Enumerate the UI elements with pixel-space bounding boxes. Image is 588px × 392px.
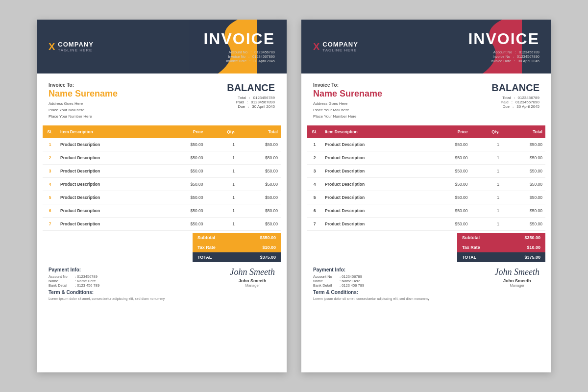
terms-section: Term & Conditions: Lorem ipsum dolor sit… (37, 290, 287, 309)
payment-info-red: Payment Info: Account No : 0123456789 Na… (313, 267, 364, 288)
payment-account-row: Account No : 0123456789 (49, 274, 99, 279)
totals-section-red: Subtotal $350.00 Tax Rate $10.00 TOTAL $… (307, 233, 545, 262)
signature-area: John Smeeth John Smeeth Manager (230, 267, 275, 288)
bill-address: Address Goes Here Place Your Mail here P… (49, 101, 224, 120)
logo-area: X COMPANY TAGLINE HERE (49, 41, 94, 52)
meta-account-value: 0123456789 (254, 50, 275, 54)
balance-area-red: BALANCE Total : 0123456789 Paid : 012345… (489, 82, 539, 120)
bill-name: Name Surename (49, 89, 224, 99)
invoice-meta: Account No : 0123456789 Invoice No : 012… (203, 50, 275, 63)
meta-date-row: Invoice Date : 30 April 2045 (203, 59, 275, 63)
payment-rows: Account No : 0123456789 Name : Name Here… (49, 274, 99, 288)
payment-name-row: Name : Name Here (49, 279, 99, 283)
table-row: 1 Product Description $50.00 1 $50.00 (43, 138, 281, 151)
logo-x-red: X (313, 41, 319, 52)
invoice-table-red: SL Item Description Price Qty. Total 1 P… (307, 125, 545, 231)
invoice-meta-red: Account No : 0123456789 Invoice No : 012… (468, 50, 539, 63)
invoice-header-red: X COMPANY TAGLINE HERE INVOICE Account N… (301, 20, 551, 74)
balance-total-row: Total : 0123456789 (224, 96, 275, 100)
logo-text: COMPANY TAGLINE HERE (58, 41, 93, 52)
subtotal-row-red: Subtotal $350.00 (457, 233, 545, 243)
total-final-row-red: TOTAL $375.00 (457, 252, 545, 262)
balance-area: BALANCE Total : 0123456789 Paid : 012345… (224, 82, 275, 120)
table-row: 1 Product Description $50.00 1 $50.00 (307, 138, 545, 151)
logo-company-red: COMPANY (322, 41, 358, 48)
logo-tagline: TAGLINE HERE (58, 48, 93, 52)
invoice-table-yellow: SL Item Description Price Qty. Total 1 P… (43, 125, 281, 231)
col-qty-red: Qty. (471, 125, 503, 138)
terms-section-red: Term & Conditions: Lorem ipsum dolor sit… (301, 290, 551, 309)
table-row: 2 Product Description $50.00 1 $50.00 (43, 151, 281, 165)
logo-x: X (49, 41, 55, 52)
footer-section: Payment Info: Account No : 0123456789 Na… (37, 262, 287, 290)
table-row: 4 Product Description $50.00 1 $50.00 (43, 178, 281, 191)
table-row: 6 Product Description $50.00 1 $50.00 (307, 204, 545, 218)
invoice-yellow: X COMPANY TAGLINE HERE INVOICE Account N… (37, 20, 287, 372)
signature-title: Manager (230, 283, 275, 288)
col-sl: SL (43, 125, 57, 138)
bill-balance-section: Invoice To: Name Surename Address Goes H… (37, 74, 287, 125)
signature-area-red: John Smeeth John Smeeth Manager (495, 267, 539, 288)
table-row: 3 Product Description $50.00 1 $50.00 (307, 165, 545, 178)
logo-area-red: X COMPANY TAGLINE HERE (313, 41, 358, 52)
invoice-title-red: INVOICE (468, 30, 539, 48)
invoice-red: X COMPANY TAGLINE HERE INVOICE Account N… (301, 20, 551, 372)
balance-paid-row: Paid : 01234567890 (224, 100, 275, 104)
bill-to: Invoice To: Name Surename Address Goes H… (49, 82, 224, 120)
col-desc: Item Description (57, 125, 163, 138)
invoice-title-area-red: INVOICE Account No : 0123456789 Invoice … (468, 30, 539, 63)
bill-to-red: Invoice To: Name Surename Address Goes H… (313, 82, 489, 120)
table-row: 5 Product Description $50.00 1 $50.00 (307, 191, 545, 204)
invoice-title-area: INVOICE Account No : 0123456789 Invoice … (203, 30, 275, 63)
totals-table: Subtotal $350.00 Tax Rate $10.00 TOTAL $… (193, 233, 281, 262)
table-row: 4 Product Description $50.00 1 $50.00 (307, 178, 545, 191)
signature-name: John Smeeth (230, 278, 275, 283)
meta-account-row: Account No : 0123456789 (203, 50, 275, 54)
bill-to-label: Invoice To: (49, 82, 224, 88)
col-sl-red: SL (307, 125, 322, 138)
table-row: 7 Product Description $50.00 1 $50.00 (307, 218, 545, 231)
meta-date-label: Invoice Date (217, 59, 246, 63)
terms-text: Lorem ipsum dolor sit amet, consectaetur… (49, 296, 275, 302)
total-final-row: TOTAL $375.00 (193, 252, 281, 262)
signature-script: John Smeeth (230, 267, 275, 277)
logo-text-red: COMPANY TAGLINE HERE (322, 41, 358, 52)
table-row: 3 Product Description $50.00 1 $50.00 (43, 165, 281, 178)
taxrate-row: Tax Rate $10.00 (193, 243, 281, 252)
balance-title: BALANCE (224, 82, 275, 94)
col-total-red: Total (502, 125, 545, 138)
invoice-title: INVOICE (203, 30, 275, 48)
col-total: Total (238, 125, 281, 138)
subtotal-row: Subtotal $350.00 (193, 233, 281, 243)
taxrate-row-red: Tax Rate $10.00 (457, 243, 545, 252)
footer-section-red: Payment Info: Account No : 0123456789 Na… (301, 262, 551, 290)
totals-section-yellow: Subtotal $350.00 Tax Rate $10.00 TOTAL $… (43, 233, 281, 262)
logo-tagline-red: TAGLINE HERE (322, 48, 358, 52)
terms-title: Term & Conditions: (49, 290, 275, 295)
meta-invoice-value: 01234567890 (252, 54, 275, 59)
col-price: Price (163, 125, 206, 138)
meta-account-label: Account No (218, 50, 247, 54)
invoice-header-yellow: X COMPANY TAGLINE HERE INVOICE Account N… (37, 20, 287, 74)
payment-bank-row: Bank Detail : 0123 456 789 (49, 283, 99, 288)
logo-company: COMPANY (58, 41, 93, 48)
balance-rows: Total : 0123456789 Paid : 01234567890 Du… (224, 96, 275, 109)
meta-date-value: 30 April 2045 (253, 59, 275, 63)
col-price-red: Price (428, 125, 471, 138)
payment-title: Payment Info: (49, 267, 99, 272)
meta-invoice-label: Invoice No (216, 54, 245, 59)
table-row: 5 Product Description $50.00 1 $50.00 (43, 191, 281, 204)
table-row: 2 Product Description $50.00 1 $50.00 (307, 151, 545, 165)
bill-balance-red: Invoice To: Name Surename Address Goes H… (301, 74, 551, 125)
balance-due-row: Due : 30 April 2045 (224, 104, 275, 109)
payment-info: Payment Info: Account No : 0123456789 Na… (49, 267, 99, 288)
meta-invoice-row: Invoice No : 01234567890 (203, 54, 275, 59)
table-row: 7 Product Description $50.00 1 $50.00 (43, 218, 281, 231)
col-desc-red: Item Description (322, 125, 428, 138)
table-row: 6 Product Description $50.00 1 $50.00 (43, 204, 281, 218)
col-qty: Qty. (206, 125, 238, 138)
